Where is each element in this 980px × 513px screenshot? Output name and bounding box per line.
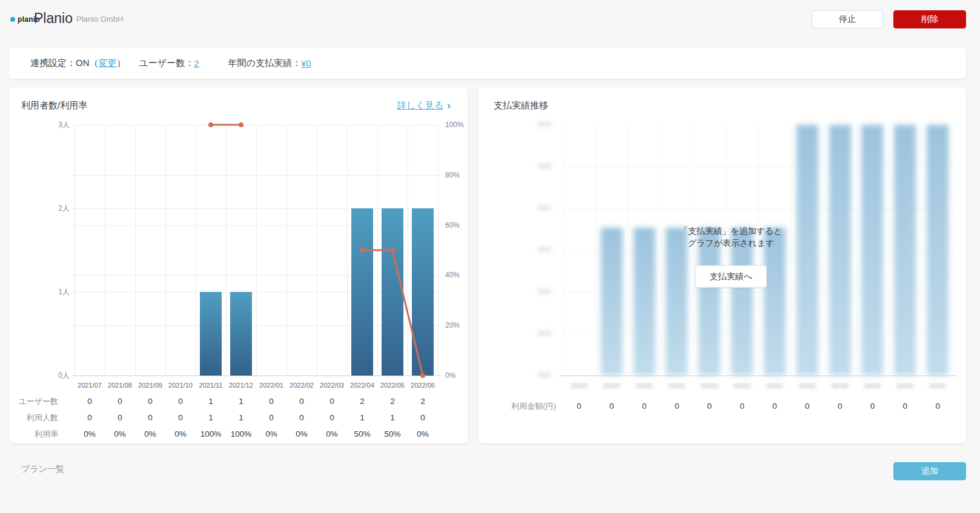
x-axis-label: 2022/06	[405, 382, 441, 389]
amount-value: 0	[563, 401, 595, 412]
payment-bar-blurred	[666, 228, 687, 376]
table-cell: 50%	[347, 429, 377, 440]
paren-open: （	[90, 58, 99, 69]
x-axis-label-blurred: 00000	[824, 383, 856, 390]
table-cell: 0	[165, 412, 196, 423]
payment-bar-blurred	[927, 125, 949, 376]
x-axis-label-blurred: 00000	[693, 383, 726, 390]
usage-line-marker	[208, 122, 213, 127]
x-axis-label-blurred: 00000	[628, 383, 661, 390]
payment-plot	[563, 125, 954, 376]
y-axis-tick-blurred: 0000	[521, 162, 551, 171]
table-cell: 1	[347, 412, 377, 423]
company-name: Planio GmbH	[76, 15, 123, 24]
table-cell: 0	[105, 396, 135, 407]
paren-close: ）	[117, 58, 126, 69]
annual-payment-link[interactable]: ¥0	[301, 58, 311, 68]
table-cell: 0	[105, 412, 135, 423]
table-cell: 0	[286, 396, 317, 407]
app-title: Planio	[34, 10, 73, 27]
y-axis-tick-left: 3人	[33, 119, 70, 130]
usage-line-marker	[390, 248, 395, 253]
payment-link-button[interactable]: 支払実績へ	[695, 265, 767, 288]
payment-bar-blurred	[731, 228, 753, 376]
x-axis-label-blurred: 00000	[856, 383, 889, 390]
table-cell: 0%	[135, 429, 165, 440]
annual-payment: 年間の支払実績：¥0	[228, 58, 311, 69]
y-axis-tick-right: 80%	[445, 170, 469, 180]
x-axis-label-blurred: 00000	[758, 383, 791, 390]
annual-payment-label: 年間の支払実績：	[228, 58, 301, 69]
usage-line-marker	[420, 373, 425, 378]
y-axis-tick-blurred: 0000	[521, 371, 551, 380]
table-cell: 0%	[74, 429, 105, 440]
usage-chart-title: 利用者数/利用率	[21, 100, 87, 111]
x-axis-label-blurred: 00000	[563, 383, 595, 390]
y-axis-tick-right: 20%	[445, 320, 469, 330]
x-axis-label-blurred: 00000	[726, 383, 758, 390]
payment-bar-blurred	[829, 125, 851, 376]
y-axis-tick-right: 0%	[445, 371, 469, 380]
payment-bar-blurred	[698, 228, 720, 376]
integration-setting: 連携設定：ON（変更）	[30, 58, 126, 69]
user-count-link[interactable]: 2	[194, 58, 199, 68]
amount-value: 0	[661, 401, 694, 412]
table-cell: 50%	[377, 429, 408, 440]
payment-bar-blurred	[894, 125, 916, 376]
table-cell: 0	[286, 412, 317, 423]
usage-line-chart	[74, 125, 438, 376]
usage-plot	[74, 125, 438, 376]
usage-line-marker	[360, 248, 365, 253]
table-row-label: ユーザー数	[13, 396, 58, 407]
user-count: ユーザー数：2	[139, 58, 199, 69]
detail-link[interactable]: 詳しく見る ›	[397, 100, 451, 111]
add-button[interactable]: 追加	[893, 462, 966, 480]
table-cell: 0	[135, 396, 165, 407]
plan-list-label: プラン一覧	[21, 464, 64, 475]
table-cell: 0	[74, 412, 105, 423]
amount-value: 0	[824, 401, 856, 412]
table-row-label: 利用人数	[13, 412, 58, 423]
payment-chart-title: 支払実績推移	[494, 100, 548, 111]
delete-button[interactable]: 削除	[893, 10, 966, 28]
change-link[interactable]: 変更	[99, 58, 117, 69]
usage-chart-card: 利用者数/利用率 詳しく見る › 0人1人2人3人0%20%40%60%80%1…	[9, 88, 468, 443]
amount-value: 0	[758, 401, 791, 412]
x-axis-label-blurred: 00000	[921, 383, 954, 390]
v-gridline	[954, 125, 955, 376]
detail-link-label[interactable]: 詳しく見る	[397, 100, 443, 111]
x-axis-label-blurred: 00000	[595, 383, 628, 390]
table-cell: 0	[165, 396, 196, 407]
payment-bar-blurred	[861, 125, 883, 376]
amount-value: 0	[889, 401, 921, 412]
x-axis-label-blurred: 00000	[661, 383, 694, 390]
y-axis-tick-blurred: 0000	[521, 246, 551, 254]
y-axis-tick-left: 1人	[33, 286, 70, 297]
table-cell: 0%	[317, 429, 347, 440]
table-cell: 1	[226, 396, 256, 407]
payment-bar-blurred	[764, 228, 786, 376]
table-cell: 1	[377, 412, 408, 423]
y-axis-tick-left: 0人	[33, 370, 70, 381]
x-axis-label-blurred: 00000	[889, 383, 921, 390]
payment-chart-card: 支払実績推移 「支払実績」を追加すると グラフが表示されます 支払実績へ 利用金…	[478, 88, 966, 443]
table-cell: 100%	[226, 429, 256, 440]
table-cell: 1	[196, 396, 226, 407]
x-axis-line	[71, 376, 441, 376]
table-cell: 100%	[196, 429, 226, 440]
table-cell: 0	[317, 396, 347, 407]
y-axis-tick-left: 2人	[33, 203, 70, 214]
amount-value: 0	[791, 401, 824, 412]
table-row-label: 利用率	[13, 429, 58, 440]
v-gridline	[438, 125, 439, 376]
table-cell: 2	[377, 396, 408, 407]
y-axis-tick-right: 100%	[445, 120, 469, 130]
overlay-message: 「支払実績」を追加すると グラフが表示されます	[640, 225, 822, 249]
table-cell: 2	[347, 396, 377, 407]
stop-button[interactable]: 停止	[812, 10, 883, 28]
user-count-label: ユーザー数：	[139, 58, 194, 69]
integration-setting-label: 連携設定：ON	[30, 58, 90, 69]
settings-bar: 連携設定：ON（変更） ユーザー数：2 年間の支払実績：¥0	[9, 47, 966, 79]
amount-value: 0	[726, 401, 758, 412]
y-axis-tick-blurred: 0000	[521, 288, 551, 296]
